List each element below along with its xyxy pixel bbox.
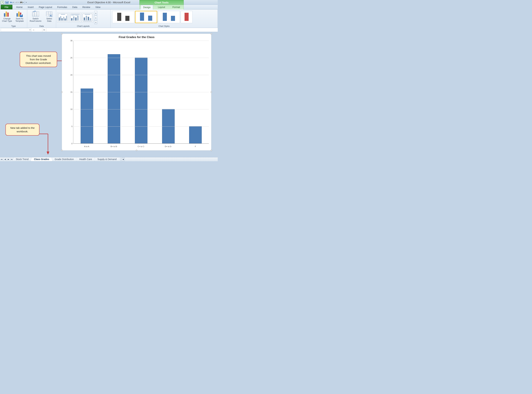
name-box[interactable]: [1, 28, 31, 32]
undo-dropdown-icon[interactable]: ▾: [13, 1, 14, 3]
svg-rect-40: [73, 16, 74, 21]
sheet-tab-grade-distribution[interactable]: Grade Distribution: [51, 157, 77, 161]
tab-formulas[interactable]: Formulas: [55, 5, 70, 9]
svg-rect-36: [66, 16, 67, 21]
ribbon-tabs: File Home Insert Page Layout Formulas Da…: [0, 5, 218, 10]
sheet-nav-first[interactable]: ⏮: [0, 158, 3, 161]
resize-handle[interactable]: [136, 33, 137, 35]
chart-style-4[interactable]: [181, 11, 192, 23]
save-button[interactable]: [5, 0, 9, 4]
group-type: Change Chart Type Save As Template Type: [0, 10, 27, 28]
chart-bar[interactable]: [108, 54, 120, 143]
group-chart-styles-label: Chart Styles: [112, 25, 217, 27]
chart-bar[interactable]: [162, 109, 175, 143]
tab-page-layout[interactable]: Page Layout: [36, 5, 55, 9]
svg-rect-44: [71, 15, 74, 16]
chart-plot-area[interactable]: 051015202530 A to A-B+ to B-C+ to C-D+ t…: [68, 41, 209, 144]
resize-handle[interactable]: [211, 33, 212, 35]
chart-layout-3[interactable]: [82, 13, 93, 22]
svg-rect-28: [51, 15, 51, 16]
resize-handle[interactable]: [211, 91, 212, 93]
sheet-tab-health-care[interactable]: Health Care: [76, 157, 95, 161]
tab-layout[interactable]: Layout: [155, 5, 168, 9]
chart-gridline: [73, 126, 209, 127]
chart-bar[interactable]: [135, 57, 148, 143]
save-as-template-button[interactable]: Save As Template: [14, 10, 26, 23]
chart-title[interactable]: Final Grades for the Class: [62, 34, 211, 40]
chart-style-2[interactable]: [135, 11, 157, 23]
svg-rect-39: [71, 18, 72, 21]
chart-bar[interactable]: [81, 88, 93, 143]
svg-rect-11: [18, 11, 20, 17]
tab-review[interactable]: Review: [80, 5, 93, 9]
tab-view[interactable]: View: [93, 5, 103, 9]
svg-rect-2: [6, 3, 8, 3]
callout-chart-moved-text: This chart was moved from the Grade Dist…: [26, 54, 51, 64]
svg-rect-29: [51, 16, 52, 16]
chart-ytick-label: 10: [70, 108, 72, 110]
chart-layout-2[interactable]: [69, 13, 81, 22]
redo-button[interactable]: [14, 0, 18, 4]
switch-row-column-button[interactable]: Switch Row/Column: [28, 10, 43, 23]
svg-rect-35: [65, 19, 66, 21]
customize-qat-icon[interactable]: ▾: [26, 1, 27, 3]
tab-data[interactable]: Data: [70, 5, 80, 9]
resize-handle[interactable]: [61, 91, 63, 93]
resize-handle[interactable]: [61, 33, 63, 35]
group-data-label: Data: [28, 25, 55, 27]
chart-gridline: [73, 109, 209, 109]
resize-handle[interactable]: [136, 150, 137, 151]
select-data-icon: [46, 11, 53, 17]
excel-app-icon[interactable]: X: [1, 1, 4, 4]
svg-rect-33: [62, 18, 63, 21]
sheet-scroll-left[interactable]: ◀: [122, 158, 125, 161]
sheet-tab-bar: ⏮ ◀ ▶ ⏭ Stock Trend Class Grades Grade D…: [0, 157, 218, 161]
svg-rect-43: [71, 14, 79, 15]
chart-ytick-label: 30: [70, 40, 72, 42]
tab-home[interactable]: Home: [14, 5, 25, 9]
select-data-button[interactable]: Select Data: [43, 10, 55, 23]
print-dropdown-icon[interactable]: ▾: [23, 1, 24, 3]
sheet-tab-supply-demand[interactable]: Supply & Demand: [94, 157, 120, 161]
chart-layouts-scroll-down[interactable]: ▾: [94, 16, 97, 20]
tab-insert[interactable]: Insert: [25, 5, 36, 9]
chart-object[interactable]: Final Grades for the Class 051015202530 …: [62, 34, 211, 150]
svg-rect-47: [84, 17, 85, 20]
chart-bar[interactable]: [189, 126, 202, 143]
svg-rect-1: [6, 1, 8, 2]
group-data: Switch Row/Column Select Data Data: [27, 10, 56, 28]
svg-rect-45: [75, 15, 79, 16]
worksheet-area: This chart was moved from the Grade Dist…: [0, 32, 218, 157]
svg-rect-34: [63, 17, 64, 21]
resize-handle[interactable]: [211, 150, 212, 151]
resize-handle[interactable]: [61, 150, 63, 151]
chart-style-3[interactable]: [158, 11, 180, 23]
change-chart-type-button[interactable]: Change Chart Type: [1, 10, 13, 23]
chart-gridline: [73, 58, 209, 58]
tab-format[interactable]: Format: [170, 5, 182, 9]
sheet-tab-class-grades[interactable]: Class Grades: [31, 157, 53, 161]
sheet-tab-stock-trend[interactable]: Stock Trend: [13, 157, 32, 161]
tab-design[interactable]: Design: [141, 5, 153, 10]
svg-rect-10: [16, 13, 18, 17]
chart-layout-1[interactable]: [57, 13, 69, 22]
chart-layouts-scroll-up[interactable]: ▴: [94, 11, 97, 16]
svg-rect-41: [75, 17, 77, 21]
chart-xtick-label: D+ to D-: [165, 145, 172, 147]
file-tab[interactable]: File: [1, 5, 12, 9]
sheet-nav-next[interactable]: ▶: [7, 158, 10, 161]
svg-rect-37: [61, 14, 65, 15]
fx-button[interactable]: fx: [42, 28, 46, 32]
formula-bar: ● fx: [0, 28, 218, 32]
formula-input[interactable]: [46, 28, 218, 32]
quick-print-button[interactable]: [19, 0, 23, 4]
svg-rect-49: [88, 17, 89, 20]
chart-xtick-label: A to A-: [84, 145, 90, 147]
sheet-nav-prev[interactable]: ◀: [3, 158, 7, 161]
group-type-label: Type: [1, 25, 26, 27]
chart-layouts-more[interactable]: ▾: [94, 21, 97, 24]
chart-xtick-label: F: [195, 145, 196, 147]
select-data-label: Select Data: [44, 17, 54, 22]
undo-button[interactable]: [9, 0, 13, 4]
chart-style-1[interactable]: [112, 11, 134, 23]
